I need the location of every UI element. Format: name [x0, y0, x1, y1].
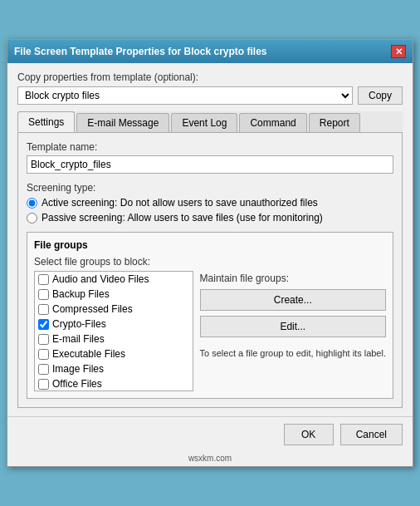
tab-command[interactable]: Command: [239, 113, 306, 132]
hint-text: To select a file group to edit, highligh…: [200, 347, 386, 360]
list-item[interactable]: Crypto-Files: [35, 317, 193, 332]
template-name-input[interactable]: [27, 155, 393, 174]
radio-active[interactable]: [27, 198, 37, 209]
maintain-label: Maintain file groups:: [200, 273, 386, 284]
title-bar: File Screen Template Properties for Bloc…: [7, 40, 413, 63]
tab-email-message[interactable]: E-mail Message: [76, 113, 169, 132]
list-item-checkbox[interactable]: [38, 349, 49, 360]
copy-row-inner: Block crypto files Copy: [17, 86, 403, 105]
list-item-label: Backup Files: [52, 288, 110, 300]
list-item-label: Office Files: [52, 378, 102, 390]
radio-active-screening: Active screening: Do not allow users to …: [27, 197, 393, 209]
copy-row-label: Copy properties from template (optional)…: [17, 71, 403, 83]
right-panel: Maintain file groups: Create... Edit... …: [200, 256, 386, 391]
radio-passive-screening: Passive screening: Allow users to save f…: [27, 212, 393, 224]
list-item[interactable]: Image Files: [35, 361, 193, 376]
list-item-checkbox[interactable]: [38, 319, 49, 330]
list-item[interactable]: Audio and Video Files: [35, 272, 193, 287]
tab-content-settings: Template name: Screening type: Active sc…: [17, 133, 403, 408]
copy-row: Copy properties from template (optional)…: [17, 71, 403, 105]
file-list-box[interactable]: Audio and Video FilesBackup FilesCompres…: [34, 271, 193, 391]
file-groups-inner: Select file groups to block: Audio and V…: [34, 256, 386, 391]
screening-type-label: Screening type:: [27, 182, 393, 194]
bottom-bar: OK Cancel: [7, 416, 413, 452]
copy-template-select[interactable]: Block crypto files: [17, 86, 353, 105]
list-item-label: Image Files: [52, 363, 104, 375]
template-name-label: Template name:: [27, 141, 393, 153]
list-item[interactable]: Office Files: [35, 376, 193, 391]
tab-settings[interactable]: Settings: [17, 111, 75, 132]
close-button[interactable]: ✕: [391, 45, 406, 58]
list-item[interactable]: Executable Files: [35, 346, 193, 361]
list-item-label: Executable Files: [52, 348, 125, 360]
list-item-checkbox[interactable]: [38, 379, 49, 390]
main-content: Copy properties from template (optional)…: [7, 63, 413, 416]
list-item[interactable]: Backup Files: [35, 287, 193, 302]
template-name-group: Template name:: [27, 141, 393, 174]
list-item-checkbox[interactable]: [38, 334, 49, 345]
list-item-label: Audio and Video Files: [52, 273, 149, 285]
radio-passive-label: Passive screening: Allow users to save f…: [42, 212, 323, 224]
ok-button[interactable]: OK: [284, 424, 334, 445]
file-groups-section-label: File groups: [34, 239, 386, 251]
list-item-checkbox[interactable]: [38, 364, 49, 375]
radio-active-label: Active screening: Do not allow users to …: [42, 197, 318, 209]
list-item-label: E-mail Files: [52, 333, 105, 345]
main-window: File Screen Template Properties for Bloc…: [7, 39, 413, 467]
window-title: File Screen Template Properties for Bloc…: [14, 46, 267, 57]
copy-button[interactable]: Copy: [358, 86, 403, 105]
list-item-label: Crypto-Files: [52, 318, 106, 330]
screening-type-group: Screening type: Active screening: Do not…: [27, 182, 393, 224]
list-item-checkbox[interactable]: [38, 289, 49, 300]
tab-event-log[interactable]: Event Log: [171, 113, 237, 132]
create-button[interactable]: Create...: [200, 289, 386, 311]
list-item-label: Compressed Files: [52, 303, 133, 315]
list-item-checkbox[interactable]: [38, 304, 49, 315]
file-list-container: Select file groups to block: Audio and V…: [34, 256, 193, 391]
file-groups-section: File groups Select file groups to block:…: [27, 232, 393, 399]
radio-passive[interactable]: [27, 213, 37, 224]
tab-report[interactable]: Report: [309, 113, 360, 132]
list-item[interactable]: E-mail Files: [35, 332, 193, 346]
file-list-label: Select file groups to block:: [34, 256, 193, 268]
watermark: wsxkm.com: [7, 452, 413, 466]
cancel-button[interactable]: Cancel: [340, 424, 403, 445]
tabs-bar: Settings E-mail Message Event Log Comman…: [17, 111, 403, 133]
list-item-checkbox[interactable]: [38, 274, 49, 285]
edit-button[interactable]: Edit...: [200, 316, 386, 337]
list-item[interactable]: Compressed Files: [35, 302, 193, 317]
